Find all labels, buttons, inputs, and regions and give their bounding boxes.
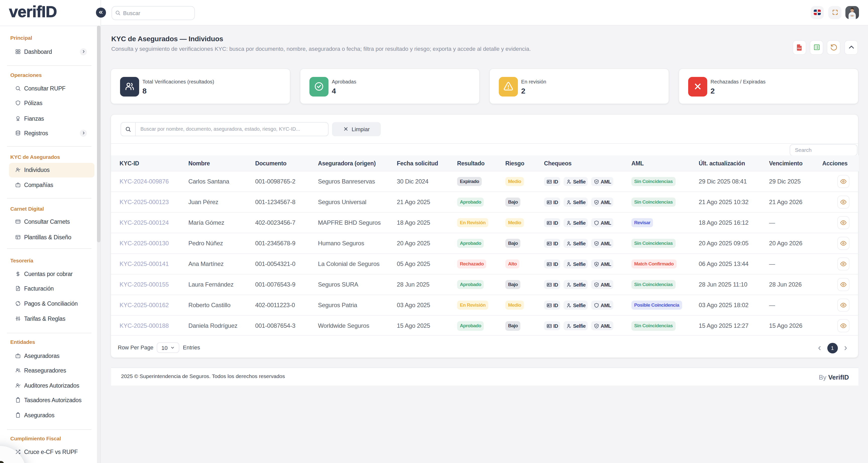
svg-text:PDF: PDF [798,47,801,50]
